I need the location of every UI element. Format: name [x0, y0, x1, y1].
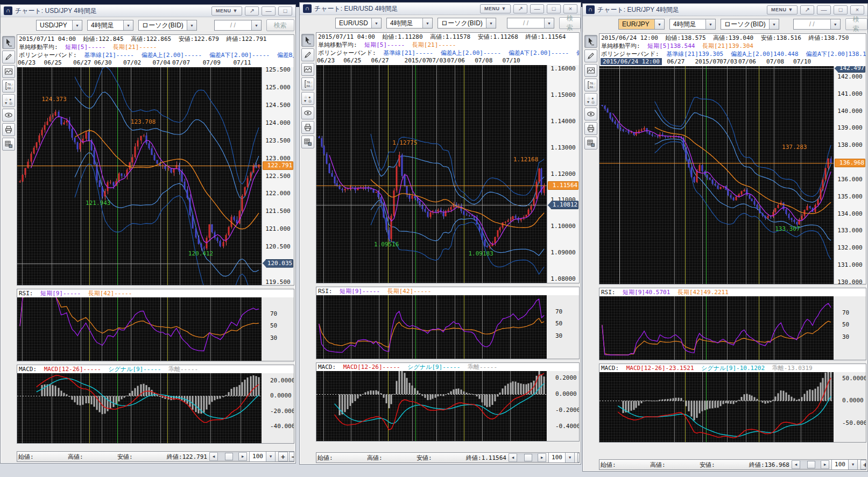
chevron-down-icon[interactable]: ▼	[565, 453, 574, 462]
chevron-down-icon[interactable]: ▼	[72, 20, 82, 30]
chart-type-select[interactable]: ローソク(BID) ▼	[721, 19, 779, 30]
search-button[interactable]: 検索	[266, 19, 294, 31]
minimize-button[interactable]: —	[530, 4, 544, 13]
search-button[interactable]: 検索	[559, 17, 581, 29]
scrollbar-track[interactable]	[517, 453, 538, 462]
macd-chart-canvas[interactable]	[599, 372, 834, 442]
cursor-tool-icon[interactable]	[584, 35, 597, 48]
price-axis[interactable]: 125.500125.000124.500124.000123.500123.0…	[262, 67, 294, 285]
macd-chart-canvas[interactable]	[17, 373, 262, 443]
chevron-down-icon[interactable]: ▼	[486, 18, 496, 28]
price-chart-canvas[interactable]	[599, 66, 834, 284]
scale-tool-icon[interactable]: 70.060.0	[2, 80, 15, 92]
menu-button[interactable]: MENU ▼	[480, 4, 511, 13]
chevron-down-icon[interactable]: ▼	[544, 18, 554, 28]
scroll-right-icon[interactable]: ▶	[821, 460, 829, 469]
rsi-chart-canvas[interactable]	[316, 295, 547, 359]
draw-tool-icon[interactable]	[301, 48, 314, 61]
scrollbar-track[interactable]	[800, 460, 821, 469]
pair-select[interactable]: USD/JPY ▼	[36, 20, 82, 31]
visibility-tool-icon[interactable]	[2, 109, 15, 122]
maximize-button[interactable]: □	[547, 4, 561, 13]
zoom-in-button[interactable]: +	[577, 453, 580, 462]
export-tool-icon[interactable]	[301, 136, 314, 148]
date-input[interactable]: / / ▼	[214, 20, 262, 31]
zoom-in-button[interactable]: +	[860, 460, 866, 469]
close-button[interactable]: ×	[563, 4, 577, 13]
close-button[interactable]: ×	[850, 5, 864, 15]
draw-tool-icon[interactable]	[2, 51, 15, 63]
chevron-down-icon[interactable]: ▼	[266, 452, 275, 461]
scrollbar-track[interactable]	[218, 452, 238, 461]
rsi-chart-canvas[interactable]	[17, 297, 262, 361]
zoom-select[interactable]: 100 ▼	[831, 459, 858, 470]
chart-scrollbar[interactable]: ◀ ▶	[792, 460, 829, 469]
zoom-out-button[interactable]: −	[289, 452, 294, 461]
chart-type-select[interactable]: ローソク(BID) ▼	[138, 20, 197, 31]
window-titlebar[interactable]: ∩ チャート: EUR/USD 4時間足 MENU ▼ ↗ — □ ×	[300, 3, 581, 15]
scroll-left-icon[interactable]: ◀	[509, 453, 517, 462]
print-tool-icon[interactable]	[2, 123, 15, 136]
scroll-left-icon[interactable]: ◀	[792, 460, 800, 469]
macd-chart-canvas[interactable]	[316, 371, 547, 441]
scroll-right-icon[interactable]: ▶	[238, 452, 247, 461]
marker-tool-icon[interactable]: ☆●♥◎	[584, 93, 597, 106]
marker-tool-icon[interactable]: ☆●♥◎	[2, 94, 15, 107]
chevron-down-icon[interactable]: ▼	[830, 19, 840, 29]
zoom-in-button[interactable]: +	[278, 452, 288, 461]
export-tool-icon[interactable]	[2, 138, 15, 151]
scroll-left-icon[interactable]: ◀	[209, 452, 218, 461]
popout-button[interactable]: ↗	[513, 4, 527, 13]
visibility-tool-icon[interactable]	[584, 108, 597, 120]
indicator-tool-icon[interactable]	[2, 65, 15, 78]
chevron-down-icon[interactable]: ▼	[371, 18, 381, 28]
scroll-right-icon[interactable]: ▶	[538, 453, 546, 462]
zoom-select[interactable]: 100 ▼	[249, 451, 276, 462]
scrollbar-thumb[interactable]	[807, 461, 815, 468]
maximize-button[interactable]: □	[834, 5, 848, 15]
chart-scrollbar[interactable]: ◀ ▶	[209, 452, 247, 461]
print-tool-icon[interactable]	[584, 122, 597, 135]
scrollbar-thumb[interactable]	[225, 453, 233, 460]
date-input[interactable]: / / ▼	[793, 19, 841, 30]
price-axis[interactable]: 142.000141.000140.000139.000138.000136.0…	[834, 66, 866, 284]
cursor-tool-icon[interactable]	[2, 36, 15, 49]
popout-button[interactable]: ↗	[800, 5, 814, 15]
menu-button[interactable]: MENU ▼	[211, 6, 242, 16]
chevron-down-icon[interactable]: ▼	[422, 18, 432, 28]
chevron-down-icon[interactable]: ▼	[769, 19, 779, 29]
timeframe-select[interactable]: 4時間足 ▼	[669, 19, 716, 30]
chevron-down-icon[interactable]: ▼	[251, 20, 261, 30]
chart-scrollbar[interactable]: ◀ ▶	[509, 453, 546, 462]
rsi-chart-canvas[interactable]	[599, 296, 834, 360]
chevron-down-icon[interactable]: ▼	[123, 20, 133, 30]
date-input[interactable]: / / ▼	[507, 18, 554, 29]
scale-tool-icon[interactable]: 70.060.0	[301, 77, 314, 90]
minimize-button[interactable]: —	[817, 5, 831, 15]
cursor-tool-icon[interactable]	[301, 34, 314, 47]
chevron-down-icon[interactable]: ▼	[187, 20, 196, 30]
indicator-tool-icon[interactable]	[584, 64, 597, 77]
indicator-tool-icon[interactable]	[301, 63, 314, 76]
search-button[interactable]: 検索	[845, 18, 867, 30]
minimize-button[interactable]: —	[262, 6, 276, 16]
scale-tool-icon[interactable]: 70.060.0	[584, 79, 597, 91]
popout-button[interactable]: ↗	[245, 6, 259, 16]
window-titlebar[interactable]: ∩ チャート: USD/JPY 4時間足 MENU ▼ ↗ — □	[1, 5, 295, 17]
window-titlebar[interactable]: ∩ チャート: EUR/JPY 4時間足 MENU ▼ ↗ — □ ×	[583, 4, 867, 16]
marker-tool-icon[interactable]: ☆●♥◎	[301, 92, 314, 105]
price-chart-canvas[interactable]	[316, 65, 547, 283]
price-axis[interactable]: 1.160001.150001.140001.130001.120001.110…	[547, 65, 579, 283]
pair-select[interactable]: EUR/JPY ▼	[618, 19, 665, 30]
timeframe-select[interactable]: 4時間足 ▼	[87, 20, 133, 31]
pair-select[interactable]: EUR/USD ▼	[335, 18, 382, 29]
chart-type-select[interactable]: ローソク(BID) ▼	[437, 18, 496, 29]
scrollbar-thumb[interactable]	[524, 454, 532, 461]
chevron-down-icon[interactable]: ▼	[848, 460, 857, 469]
timeframe-select[interactable]: 4時間足 ▼	[386, 18, 433, 29]
price-chart-canvas[interactable]	[17, 67, 262, 285]
draw-tool-icon[interactable]	[584, 49, 597, 62]
export-tool-icon[interactable]	[584, 137, 597, 149]
chevron-down-icon[interactable]: ▼	[654, 19, 664, 29]
zoom-select[interactable]: 100 ▼	[548, 452, 575, 463]
